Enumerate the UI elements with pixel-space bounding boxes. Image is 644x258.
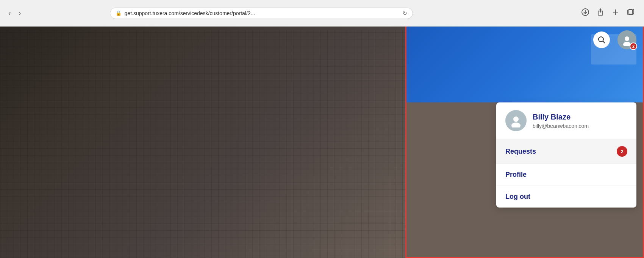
page-content: 2 Billy Blaze billy@beanwbacon.com Reque… bbox=[0, 27, 644, 258]
keyboard-texture bbox=[0, 30, 405, 258]
user-avatar-large bbox=[505, 110, 527, 131]
user-avatar-button[interactable]: 2 bbox=[617, 30, 636, 49]
add-tab-button[interactable] bbox=[611, 8, 620, 18]
forward-button[interactable]: › bbox=[16, 7, 23, 19]
user-info-section: Billy Blaze billy@beanwbacon.com bbox=[496, 102, 636, 139]
back-button[interactable]: ‹ bbox=[6, 7, 13, 19]
url-text: get.support.tuxera.com/servicedesk/custo… bbox=[125, 10, 400, 16]
svg-point-10 bbox=[625, 36, 629, 41]
svg-point-13 bbox=[511, 123, 521, 127]
browser-chrome: ‹ › 🔒 get.support.tuxera.com/servicedesk… bbox=[0, 0, 644, 27]
logout-label: Log out bbox=[505, 193, 530, 201]
profile-label: Profile bbox=[505, 171, 527, 179]
svg-point-12 bbox=[513, 116, 519, 122]
user-name: Billy Blaze bbox=[533, 113, 589, 121]
panel-top-bar: 2 bbox=[593, 30, 636, 49]
tabs-button[interactable] bbox=[627, 8, 635, 18]
laptop-image bbox=[0, 27, 405, 258]
menu-item-requests[interactable]: Requests 2 bbox=[496, 139, 636, 164]
avatar-notification-badge: 2 bbox=[630, 42, 637, 50]
user-email: billy@beanwbacon.com bbox=[533, 123, 589, 129]
svg-line-9 bbox=[603, 41, 605, 43]
search-button[interactable] bbox=[593, 31, 610, 48]
menu-item-logout[interactable]: Log out bbox=[496, 186, 636, 208]
lock-icon: 🔒 bbox=[116, 10, 122, 16]
requests-badge: 2 bbox=[617, 146, 627, 157]
refresh-icon[interactable]: ↻ bbox=[403, 10, 407, 16]
user-dropdown-menu: Billy Blaze billy@beanwbacon.com Request… bbox=[496, 102, 636, 208]
address-bar[interactable]: 🔒 get.support.tuxera.com/servicedesk/cus… bbox=[110, 8, 413, 19]
browser-toolbar-right bbox=[581, 8, 638, 18]
user-details: Billy Blaze billy@beanwbacon.com bbox=[533, 113, 589, 129]
nav-buttons: ‹ › bbox=[6, 7, 23, 19]
menu-item-profile[interactable]: Profile bbox=[496, 164, 636, 186]
share-button[interactable] bbox=[596, 8, 605, 18]
download-button[interactable] bbox=[581, 8, 589, 18]
requests-label: Requests bbox=[505, 148, 536, 156]
